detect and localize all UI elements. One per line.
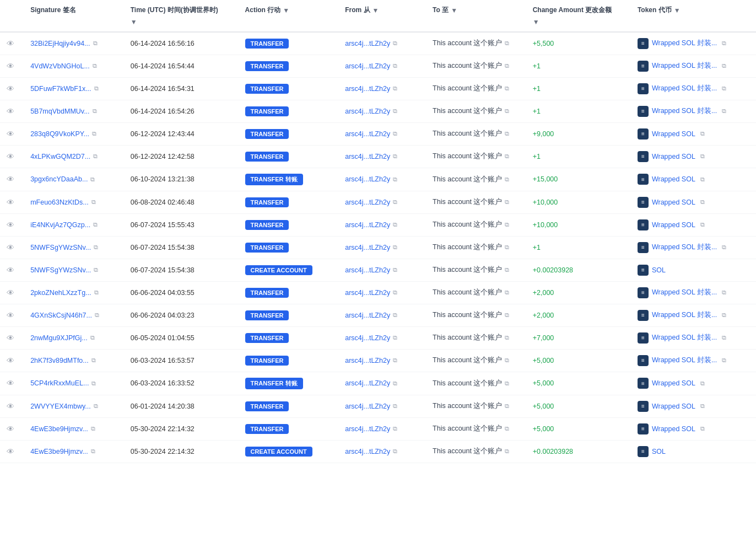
signature-copy-icon[interactable]: ⧉ (91, 425, 95, 432)
signature-copy-icon[interactable]: ⧉ (90, 176, 95, 183)
from-link[interactable]: arsc4j...tLZh2y (345, 312, 390, 319)
signature-copy-icon[interactable]: ⧉ (93, 62, 97, 69)
from-link[interactable]: arsc4j...tLZh2y (345, 108, 390, 115)
from-copy-icon[interactable]: ⧉ (393, 334, 397, 341)
token-link[interactable]: Wrapped SOL (652, 379, 695, 387)
signature-copy-icon[interactable]: ⧉ (94, 266, 98, 273)
from-link[interactable]: arsc4j...tLZh2y (345, 334, 390, 342)
from-link[interactable]: arsc4j...tLZh2y (345, 425, 390, 433)
token-copy-icon[interactable]: ⧉ (700, 130, 705, 137)
from-copy-icon[interactable]: ⧉ (393, 40, 397, 47)
signature-link[interactable]: 3pgx6ncYDaaAb... (30, 175, 88, 183)
signature-copy-icon[interactable]: ⧉ (91, 448, 95, 455)
signature-link[interactable]: 5NWFSgYWzSNv... (30, 244, 91, 251)
token-link[interactable]: Wrapped SOL 封装... (652, 333, 717, 342)
signature-copy-icon[interactable]: ⧉ (94, 403, 98, 410)
signature-link[interactable]: 5CP4rkRxxMuEL... (30, 379, 89, 387)
signature-copy-icon[interactable]: ⧉ (93, 153, 98, 160)
token-link[interactable]: Wrapped SOL (652, 130, 695, 138)
eye-icon[interactable]: 👁 (7, 152, 14, 161)
eye-icon[interactable]: 👁 (7, 447, 14, 456)
signature-link[interactable]: mFeuo63NzKtDs... (30, 198, 89, 206)
from-copy-icon[interactable]: ⧉ (393, 448, 397, 455)
token-copy-icon[interactable]: ⧉ (722, 85, 726, 92)
to-copy-icon[interactable]: ⧉ (505, 266, 509, 273)
from-link[interactable]: arsc4j...tLZh2y (345, 221, 390, 229)
from-copy-icon[interactable]: ⧉ (393, 289, 397, 296)
from-copy-icon[interactable]: ⧉ (393, 176, 397, 183)
eye-icon[interactable]: 👁 (7, 288, 14, 297)
to-copy-icon[interactable]: ⧉ (505, 425, 509, 432)
token-filter-icon[interactable]: ▼ (674, 7, 682, 14)
from-copy-icon[interactable]: ⧉ (393, 108, 397, 115)
signature-copy-icon[interactable]: ⧉ (91, 198, 96, 206)
token-copy-icon[interactable]: ⧉ (700, 153, 705, 160)
from-link[interactable]: arsc4j...tLZh2y (345, 40, 390, 47)
signature-link[interactable]: 2pkoZNehLXzzTg... (30, 289, 91, 297)
token-link[interactable]: Wrapped SOL 封装... (652, 106, 717, 116)
eye-icon[interactable]: 👁 (7, 175, 14, 184)
eye-icon[interactable]: 👁 (7, 221, 14, 229)
eye-icon[interactable]: 👁 (7, 425, 14, 433)
signature-link[interactable]: 5B7mqVbdMMUv... (30, 108, 89, 115)
from-link[interactable]: arsc4j...tLZh2y (345, 198, 390, 206)
signature-copy-icon[interactable]: ⧉ (90, 334, 95, 341)
signature-copy-icon[interactable]: ⧉ (93, 221, 98, 228)
change-filter-icon[interactable]: ▼ (533, 18, 541, 26)
from-link[interactable]: arsc4j...tLZh2y (345, 289, 390, 297)
to-copy-icon[interactable]: ⧉ (505, 221, 509, 228)
token-link[interactable]: Wrapped SOL 封装... (652, 356, 717, 365)
eye-icon[interactable]: 👁 (7, 39, 14, 48)
to-copy-icon[interactable]: ⧉ (505, 62, 509, 69)
signature-link[interactable]: iE4NKvjAz7QGzp... (30, 221, 90, 229)
to-copy-icon[interactable]: ⧉ (505, 403, 509, 410)
to-copy-icon[interactable]: ⧉ (505, 244, 509, 251)
eye-icon[interactable]: 👁 (7, 334, 14, 342)
from-copy-icon[interactable]: ⧉ (393, 221, 397, 228)
signature-link[interactable]: 32Bi2EjHqjiy4v94... (30, 40, 90, 47)
from-copy-icon[interactable]: ⧉ (393, 62, 397, 69)
eye-icon[interactable]: 👁 (7, 311, 14, 320)
time-filter-icon[interactable]: ▼ (131, 18, 138, 26)
from-copy-icon[interactable]: ⧉ (393, 153, 397, 160)
from-copy-icon[interactable]: ⧉ (393, 425, 397, 432)
signature-link[interactable]: 2hK7f3v89dMTfo... (30, 357, 89, 364)
eye-icon[interactable]: 👁 (7, 379, 14, 388)
token-link[interactable]: Wrapped SOL 封装... (652, 39, 717, 48)
token-link[interactable]: Wrapped SOL (652, 198, 695, 206)
from-copy-icon[interactable]: ⧉ (393, 198, 397, 206)
token-link[interactable]: Wrapped SOL (652, 425, 695, 433)
to-copy-icon[interactable]: ⧉ (505, 108, 509, 115)
eye-icon[interactable]: 👁 (7, 84, 14, 93)
signature-copy-icon[interactable]: ⧉ (95, 312, 99, 319)
eye-icon[interactable]: 👁 (7, 198, 14, 207)
token-copy-icon[interactable]: ⧉ (722, 244, 726, 251)
token-copy-icon[interactable]: ⧉ (700, 380, 705, 387)
to-copy-icon[interactable]: ⧉ (505, 380, 509, 387)
to-copy-icon[interactable]: ⧉ (505, 153, 509, 160)
to-copy-icon[interactable]: ⧉ (505, 85, 509, 92)
token-copy-icon[interactable]: ⧉ (700, 425, 705, 432)
eye-icon[interactable]: 👁 (7, 107, 14, 116)
token-copy-icon[interactable]: ⧉ (722, 40, 726, 47)
eye-icon[interactable]: 👁 (7, 243, 14, 252)
to-copy-icon[interactable]: ⧉ (505, 448, 509, 455)
from-copy-icon[interactable]: ⧉ (393, 403, 397, 410)
to-copy-icon[interactable]: ⧉ (505, 357, 509, 364)
to-copy-icon[interactable]: ⧉ (505, 40, 509, 47)
to-copy-icon[interactable]: ⧉ (505, 289, 509, 296)
from-copy-icon[interactable]: ⧉ (393, 380, 397, 387)
eye-icon[interactable]: 👁 (7, 356, 14, 365)
from-copy-icon[interactable]: ⧉ (393, 130, 397, 137)
from-link[interactable]: arsc4j...tLZh2y (345, 403, 390, 410)
to-copy-icon[interactable]: ⧉ (505, 334, 509, 341)
token-copy-icon[interactable]: ⧉ (722, 108, 726, 115)
eye-icon[interactable]: 👁 (7, 402, 14, 411)
token-link[interactable]: SOL (652, 266, 666, 274)
signature-copy-icon[interactable]: ⧉ (93, 108, 97, 115)
token-link[interactable]: Wrapped SOL 封装... (652, 310, 717, 320)
eye-icon[interactable]: 👁 (7, 62, 14, 71)
from-link[interactable]: arsc4j...tLZh2y (345, 85, 390, 93)
token-link[interactable]: Wrapped SOL (652, 403, 695, 410)
token-copy-icon[interactable]: ⧉ (722, 289, 726, 296)
